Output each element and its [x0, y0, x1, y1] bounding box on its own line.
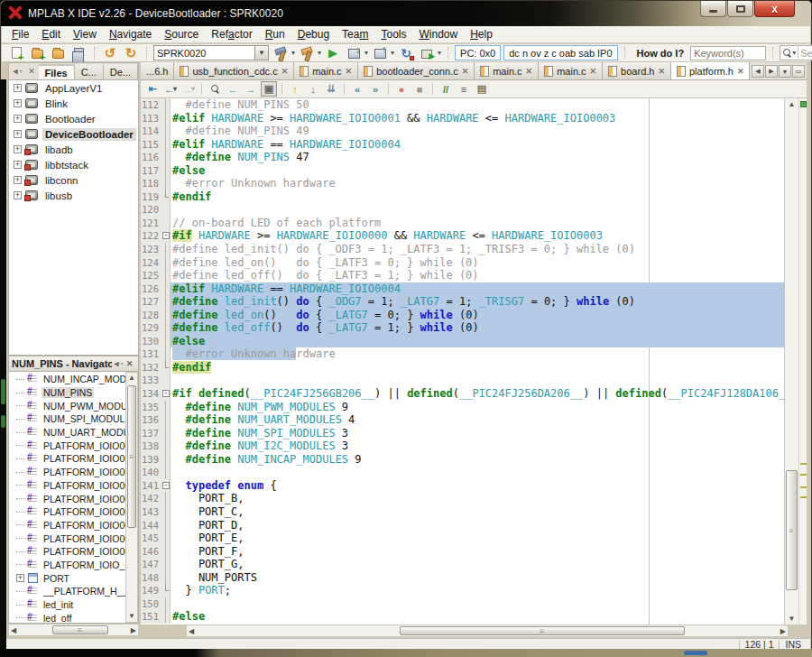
- menu-item-help[interactable]: Help: [464, 26, 499, 42]
- code-line-135[interactable]: 135 #define NUM_PWM_MODULES 9: [141, 401, 784, 414]
- next-occurrence-button[interactable]: →: [243, 81, 259, 97]
- fold-column[interactable]: [161, 401, 171, 414]
- panel-dock-icon[interactable]: ◄▫: [11, 65, 23, 78]
- fold-column[interactable]: [161, 243, 171, 256]
- code-line-118[interactable]: 118 #error Unknown hardware: [141, 177, 784, 190]
- close-button[interactable]: x: [754, 1, 795, 17]
- close-tab-icon[interactable]: ✕: [737, 67, 744, 76]
- menu-item-navigate[interactable]: Navigate: [103, 26, 158, 42]
- minimize-button[interactable]: [700, 1, 726, 17]
- project-item-bootloader[interactable]: +Bootloader: [9, 111, 138, 126]
- navigator-item-platform_ioio0002[interactable]: PLATFORM_IOIO0002: [9, 466, 125, 479]
- menu-item-window[interactable]: Window: [412, 26, 464, 42]
- navigator-item-platform_ioio0020[interactable]: PLATFORM_IOIO0020: [9, 492, 125, 505]
- code-line-112[interactable]: 112 #define NUM_PINS 50: [141, 98, 784, 112]
- navigator-item-led_off[interactable]: led_off: [9, 611, 125, 624]
- search-box[interactable]: ▾ Search (Ctrl+I): [780, 45, 812, 60]
- menu-item-view[interactable]: View: [67, 26, 103, 42]
- redo-button[interactable]: ↻: [122, 45, 140, 61]
- navigator-horizontal-scrollbar[interactable]: ◀ ≡ ▶: [8, 624, 139, 636]
- code-line-145[interactable]: 145 PORT_E,: [141, 532, 784, 545]
- close-tab-icon[interactable]: ✕: [462, 67, 469, 76]
- code-line-132[interactable]: 132#endif: [141, 361, 784, 375]
- fold-column[interactable]: [161, 321, 171, 335]
- expand-icon[interactable]: +: [16, 574, 24, 582]
- last-edit-button[interactable]: ⇤: [144, 81, 161, 97]
- expand-icon[interactable]: +: [14, 84, 22, 92]
- code-line-137[interactable]: 137 #define NUM_SPI_MODULES 3: [141, 427, 784, 440]
- navigator-item-platform_ioio0001[interactable]: PLATFORM_IOIO0001: [9, 452, 125, 466]
- fold-column[interactable]: [161, 335, 171, 348]
- stripe-mark[interactable]: [800, 486, 807, 488]
- make-program-dropdown-icon[interactable]: ▾: [364, 49, 368, 57]
- sidebar-tab-c[interactable]: C...: [75, 64, 104, 79]
- code-line-151[interactable]: 151#else: [141, 610, 784, 624]
- navigator-item-led_init[interactable]: led_init: [9, 598, 125, 612]
- move-down-button[interactable]: ↓: [305, 81, 321, 97]
- fold-collapse-icon[interactable]: -: [162, 390, 170, 397]
- fold-column[interactable]: [161, 558, 171, 571]
- expand-icon[interactable]: +: [14, 115, 22, 123]
- stop-macro-button[interactable]: ■: [411, 81, 428, 97]
- project-item-applayerv1[interactable]: +AppLayerV1: [9, 80, 138, 96]
- code-line-122[interactable]: 122-#if HARDWARE >= HARDWARE_IOIO0000 &&…: [141, 229, 784, 243]
- build-project-button[interactable]: [272, 45, 290, 61]
- fold-column[interactable]: [161, 610, 171, 624]
- code-line-131[interactable]: 131 #error Unknown hardware: [141, 347, 784, 361]
- navigator-item-port[interactable]: +PORT: [9, 571, 125, 585]
- fold-column[interactable]: [161, 453, 171, 467]
- editor-tab-mainc[interactable]: main.c✕: [539, 62, 603, 79]
- editor-tab-6h[interactable]: ...6.h: [141, 62, 174, 79]
- navigator-item-__platform_h__[interactable]: __PLATFORM_H__: [9, 585, 125, 598]
- fold-column[interactable]: [161, 347, 171, 361]
- code-line-128[interactable]: 128#define led_on() do { _LATG7 = 0; } w…: [141, 309, 784, 322]
- fold-column[interactable]: [161, 256, 171, 270]
- fold-column[interactable]: -: [161, 229, 171, 243]
- debug-tool-dropdown-icon[interactable]: ▾: [438, 49, 441, 57]
- code-line-126[interactable]: 126#elif HARDWARE == HARDWARE_IOIO0004: [141, 282, 784, 296]
- dropdown-caret-icon[interactable]: ▾: [173, 85, 177, 93]
- fold-column[interactable]: [161, 164, 171, 178]
- code-line-148[interactable]: 148 NUM_PORTS: [141, 571, 784, 585]
- expand-icon[interactable]: +: [14, 191, 22, 199]
- fold-column[interactable]: [161, 519, 171, 532]
- code-line-141[interactable]: 141- typedef enum {: [141, 479, 784, 493]
- project-configuration-combo[interactable]: SPRK0020 ▼: [153, 45, 269, 60]
- menu-item-refactor[interactable]: Refactor: [205, 26, 258, 42]
- code-line-114[interactable]: 114 #define NUM_PINS 49: [141, 125, 784, 138]
- shift-left-button[interactable]: «: [349, 81, 365, 97]
- navigator-item-platform_ioio0030[interactable]: PLATFORM_IOIO0030: [9, 545, 125, 559]
- code-line-149[interactable]: 149 } PORT;: [141, 584, 784, 597]
- close-tab-icon[interactable]: ✕: [526, 67, 533, 76]
- fold-column[interactable]: [161, 190, 171, 204]
- code-line-134[interactable]: 134-#if defined(__PIC24FJ256GB206__) || …: [141, 387, 784, 401]
- menu-item-debug[interactable]: Debug: [291, 26, 336, 42]
- editor-tab-platformh[interactable]: platform.h✕: [671, 62, 750, 79]
- expand-icon[interactable]: +: [14, 145, 22, 153]
- editor-horizontal-scrollbar[interactable]: ◀ ≡ ▶: [186, 625, 789, 637]
- keyword-input[interactable]: [690, 46, 766, 60]
- stripe-mark[interactable]: [800, 463, 807, 465]
- project-item-blink[interactable]: +Blink: [9, 96, 138, 111]
- find-selection-button[interactable]: [207, 81, 223, 97]
- scroll-tabs-left-icon[interactable]: ◀: [752, 65, 764, 78]
- fold-column[interactable]: [161, 361, 171, 375]
- close-tab-icon[interactable]: ✕: [346, 67, 353, 76]
- fold-column[interactable]: -: [161, 387, 171, 401]
- menu-item-edit[interactable]: Edit: [35, 26, 67, 42]
- navigator-dock-icon[interactable]: ◄▫: [112, 358, 124, 370]
- code-line-144[interactable]: 144 PORT_D,: [141, 519, 784, 532]
- fold-column[interactable]: -: [161, 479, 171, 493]
- build-dropdown-icon[interactable]: ▾: [291, 49, 295, 57]
- editor-vertical-scrollbar[interactable]: ▲ ≡ ▼: [784, 98, 798, 625]
- debug-tool-button[interactable]: ▶: [418, 45, 436, 61]
- editor-tab-mainc[interactable]: main.c✕: [294, 62, 358, 79]
- code-line-147[interactable]: 147 PORT_G,: [141, 558, 784, 571]
- code-line-138[interactable]: 138 #define NUM_I2C_MODULES 3: [141, 440, 784, 453]
- clean-build-button[interactable]: [298, 45, 316, 61]
- navigator-item-platform_ioio0021[interactable]: PLATFORM_IOIO0021: [9, 505, 125, 519]
- code-line-143[interactable]: 143 PORT_C,: [141, 505, 784, 519]
- code-line-119[interactable]: 119#endif: [141, 190, 784, 204]
- program-dropdown-icon[interactable]: ▾: [391, 49, 394, 57]
- fold-column[interactable]: [161, 269, 171, 282]
